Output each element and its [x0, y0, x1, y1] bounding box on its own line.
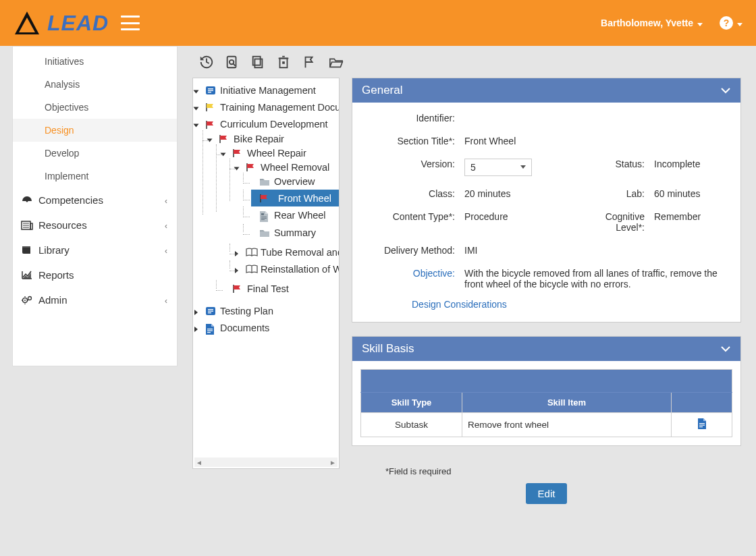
tree-toggle-icon[interactable] — [207, 138, 213, 142]
help-menu[interactable]: ? — [720, 16, 742, 30]
sidebar-item-design[interactable]: Design — [13, 119, 177, 142]
tree-toggle-icon[interactable] — [234, 167, 240, 170]
chevron-down-icon — [720, 85, 731, 96]
brand-text: LEAD — [47, 11, 109, 36]
svg-rect-47 — [699, 423, 705, 424]
folder-open-icon[interactable] — [327, 55, 345, 70]
tree-toggle-icon[interactable] — [235, 268, 238, 273]
tree-node[interactable]: Reinstallation of Wheel — [238, 260, 339, 277]
delivery-method-label: Delivery Method: — [364, 245, 459, 256]
section-title-label: Section Title*: — [364, 136, 459, 146]
copy-icon[interactable] — [250, 55, 265, 70]
general-panel: General Identifier: Section Title*: Fron… — [352, 78, 741, 323]
user-menu[interactable]: Bartholomew, Yvette — [601, 18, 703, 28]
tree-node[interactable]: Documents — [197, 319, 339, 336]
sidebar-item-analysis[interactable]: Analysis — [13, 73, 177, 96]
tree-label: Overview — [274, 176, 315, 187]
status-value: Incomplete — [654, 159, 728, 169]
skill-basis-header[interactable]: Skill Basis — [352, 337, 740, 361]
general-panel-header[interactable]: General — [352, 78, 740, 103]
objective-label[interactable]: Objective: — [364, 268, 459, 279]
tree-node[interactable]: Overview — [251, 173, 339, 190]
panel-title: Skill Basis — [362, 342, 414, 356]
svg-rect-35 — [261, 217, 267, 217]
toolbar — [192, 49, 741, 78]
document-icon[interactable] — [697, 418, 707, 429]
tree-toggle-icon[interactable] — [194, 310, 198, 315]
svg-rect-36 — [261, 218, 267, 219]
tree-toggle-icon[interactable] — [194, 107, 199, 111]
flag-icon[interactable] — [302, 55, 317, 70]
tree-node[interactable]: Initiative Management — [197, 82, 339, 99]
news-icon — [21, 220, 33, 233]
tree-node[interactable]: Wheel RemovalOverviewFront WheelRear Whe… — [238, 159, 339, 244]
version-select[interactable]: 5 — [464, 159, 532, 176]
sidebar-cat-competencies[interactable]: Competencies‹ — [13, 188, 177, 213]
sidebar-item-objectives[interactable]: Objectives — [13, 96, 177, 119]
tree-label: Bike Repair — [234, 134, 284, 144]
svg-rect-21 — [282, 61, 285, 64]
class-label: Class: — [364, 188, 459, 199]
tree-toggle-icon[interactable] — [221, 152, 226, 156]
tree-node[interactable]: Rear Wheel — [251, 206, 339, 223]
section-title-value: Front Wheel — [464, 136, 569, 146]
folder-icon — [259, 177, 270, 186]
tree-label: Summary — [274, 227, 316, 238]
content-type-label: Content Type*: — [364, 211, 459, 222]
skill-item-value: Remove front wheel — [462, 413, 672, 437]
tree-toggle-icon[interactable] — [194, 327, 198, 332]
tree-label: Reinstallation of Wheel — [261, 264, 339, 275]
sidebar-item-initiatives[interactable]: Initiatives — [13, 50, 177, 73]
col-skill-item: Skill Item — [462, 393, 672, 413]
svg-rect-26 — [208, 92, 211, 92]
tree-node[interactable]: Curriculum DevelopmentBike RepairWheel R… — [197, 115, 339, 302]
book-icon — [21, 245, 33, 258]
sidebar-cat-reports[interactable]: Reports — [13, 262, 177, 287]
sidebar-item-develop[interactable]: Develop — [13, 142, 177, 165]
book-icon — [246, 248, 256, 257]
tree-label: Training Management Documents — [220, 102, 339, 113]
tree-label: Rear Wheel — [274, 211, 326, 221]
brand-logo: AIMERLON, INC. LEAD — [14, 9, 109, 36]
delete-icon[interactable] — [276, 55, 291, 70]
rflag-icon — [246, 163, 256, 172]
sidebar-cat-resources[interactable]: Resources‹ — [13, 213, 177, 238]
tree-node[interactable]: Summary — [251, 224, 339, 241]
tree-node[interactable]: Wheel RepairWheel RemovalOverviewFront W… — [224, 144, 339, 280]
sidebar-item-implement[interactable]: Implement — [13, 165, 177, 188]
edit-button[interactable]: Edit — [526, 483, 568, 504]
top-bar: AIMERLON, INC. LEAD Bartholomew, Yvette … — [0, 0, 756, 46]
rflag-icon — [232, 148, 243, 158]
tree-node[interactable]: Tube Removal and Replacement — [238, 244, 339, 260]
tree-node[interactable]: Front Wheel — [251, 190, 339, 206]
tree-node[interactable]: Training Management Documents — [197, 99, 339, 115]
tree-node[interactable]: Final Test — [224, 280, 339, 297]
svg-rect-10 — [22, 246, 30, 248]
tree-node[interactable]: Testing Plan — [197, 302, 339, 319]
svg-point-12 — [24, 300, 26, 301]
tree-toggle-icon[interactable] — [194, 124, 199, 128]
chevron-left-icon: ‹ — [165, 221, 167, 231]
design-considerations-link[interactable]: Design Considerations — [412, 299, 507, 310]
col-skill-type: Skill Type — [361, 393, 462, 413]
identifier-label: Identifier: — [364, 113, 459, 123]
horizontal-scrollbar[interactable]: ◄► — [194, 457, 338, 467]
sidebar-cat-admin[interactable]: Admin‹ — [13, 287, 177, 312]
preview-icon[interactable] — [225, 55, 240, 70]
history-icon[interactable] — [199, 55, 214, 70]
menu-toggle-button[interactable] — [121, 16, 140, 30]
svg-rect-45 — [207, 330, 213, 331]
tree-node[interactable]: Bike RepairWheel RepairWheel RemovalOver… — [211, 130, 339, 300]
table-row: Subtask Remove front wheel — [361, 413, 732, 437]
sidebar: InitiativesAnalysisObjectivesDesignDevel… — [12, 46, 178, 366]
sidebar-cat-library[interactable]: Library‹ — [13, 238, 177, 262]
delivery-method-value: IMI — [464, 245, 569, 256]
rflag-icon — [259, 194, 270, 203]
svg-line-16 — [233, 63, 236, 66]
chevron-left-icon: ‹ — [165, 196, 167, 206]
tree-toggle-icon[interactable] — [194, 90, 199, 94]
cognitive-level-value: Remember — [654, 211, 728, 222]
cognitive-level-label: Cognitive Level*: — [574, 211, 649, 233]
tree-label: Initiative Management — [220, 85, 316, 96]
tree-toggle-icon[interactable] — [235, 251, 238, 256]
